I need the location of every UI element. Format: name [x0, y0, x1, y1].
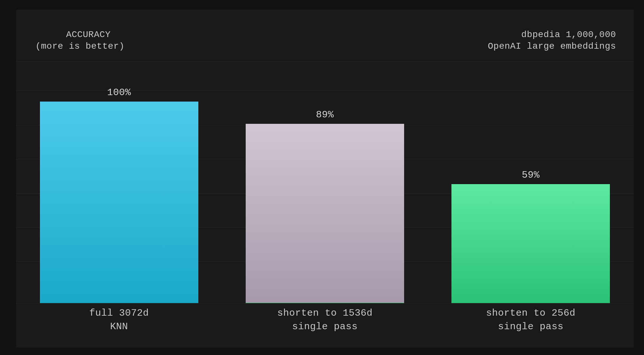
chart-x-label: full 3072d KNN — [40, 306, 198, 333]
chart-stage: ACCURACY (more is better) dbpedia 1,000,… — [16, 10, 634, 348]
chart-bar: 59% — [451, 184, 610, 303]
chart-bar: 100% — [40, 102, 198, 303]
chart-bar-value-label: 100% — [40, 87, 198, 98]
chart-bar-value-label: 89% — [246, 109, 404, 120]
chart-bars: 100%89%59% — [16, 61, 634, 303]
chart-bar-value-label: 59% — [451, 170, 610, 181]
chart-x-labels: full 3072d KNNshorten to 1536d single pa… — [16, 306, 634, 333]
chart-plot-area: 100%89%59% — [16, 61, 634, 303]
chart-gridline — [16, 303, 634, 303]
chart-x-label: shorten to 1536d single pass — [246, 306, 404, 333]
chart-bar: 89% — [246, 124, 404, 303]
chart-bar-slot: 100% — [40, 61, 198, 303]
chart-bar-slot: 59% — [451, 61, 610, 303]
chart-title-right: dbpedia 1,000,000 OpenAI large embedding… — [488, 29, 616, 53]
chart-x-label: shorten to 256d single pass — [451, 306, 610, 333]
chart-title-left: ACCURACY (more is better) — [35, 29, 125, 53]
chart-bar-slot: 89% — [246, 61, 404, 303]
